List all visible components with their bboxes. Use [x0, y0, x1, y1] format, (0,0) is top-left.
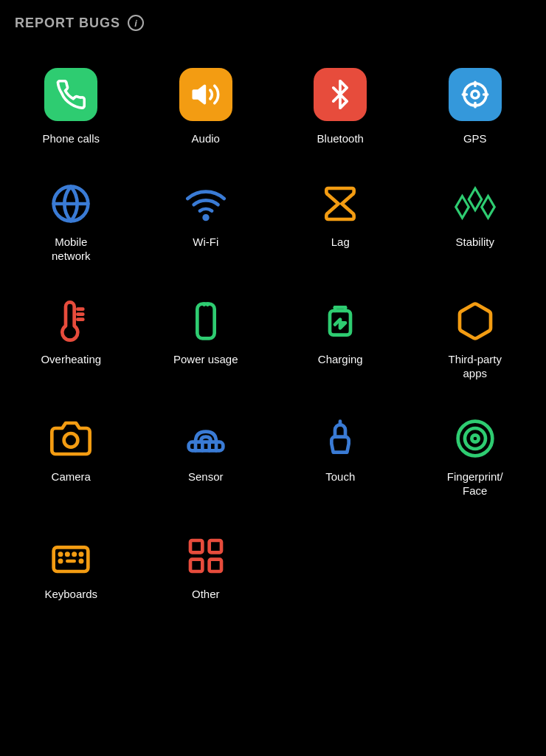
svg-point-23	[64, 433, 78, 447]
charging-label: Charging	[318, 352, 363, 367]
power-usage-icon	[185, 300, 227, 342]
lag-icon	[319, 183, 361, 224]
wifi-label: Wi-Fi	[193, 235, 218, 250]
touch-label: Touch	[325, 470, 355, 484]
svg-marker-12	[456, 196, 469, 218]
third-party-apps-icon	[455, 300, 496, 342]
camera-icon	[50, 418, 91, 459]
lag-label: Lag	[331, 235, 350, 250]
fingerprint-face-icon	[455, 418, 496, 459]
fingerprint-face-label: Fingerprint/Face	[447, 470, 503, 498]
mobile-network-item[interactable]: Mobilenetwork	[7, 168, 135, 278]
gps-item[interactable]: GPS	[412, 53, 539, 161]
keyboards-item[interactable]: Keyboards	[7, 520, 135, 616]
svg-rect-43	[209, 559, 221, 571]
gps-label: GPS	[463, 131, 487, 146]
keyboards-label: Keyboards	[44, 587, 97, 602]
mobile-network-icon	[50, 183, 91, 224]
audio-item[interactable]: Audio	[142, 53, 270, 161]
svg-marker-11	[482, 196, 495, 218]
audio-icon	[179, 68, 232, 121]
svg-point-9	[204, 216, 207, 219]
header: REPORT BUGS i	[0, 0, 546, 38]
sensor-icon	[185, 418, 227, 459]
audio-label: Audio	[192, 131, 220, 146]
stability-label: Stability	[455, 235, 494, 250]
stability-item[interactable]: Stability	[412, 168, 539, 278]
touch-item[interactable]: Touch	[277, 403, 404, 513]
info-icon[interactable]: i	[128, 15, 144, 31]
phone-calls-item[interactable]: Phone calls	[7, 53, 135, 161]
svg-rect-41	[209, 540, 221, 552]
bluetooth-item[interactable]: Bluetooth	[277, 53, 404, 161]
svg-marker-0	[193, 86, 204, 103]
charging-item[interactable]: Charging	[277, 286, 404, 396]
svg-point-31	[471, 435, 478, 441]
svg-rect-16	[197, 303, 214, 338]
other-icon	[185, 535, 227, 577]
bug-category-grid: Phone calls Audio Bluetooth	[0, 38, 546, 630]
svg-point-30	[465, 428, 485, 449]
svg-marker-10	[469, 188, 482, 210]
gps-icon	[449, 68, 502, 121]
keyboards-icon	[50, 535, 91, 577]
svg-rect-40	[190, 540, 202, 552]
wifi-icon	[185, 183, 227, 224]
wifi-item[interactable]: Wi-Fi	[142, 168, 270, 278]
sensor-item[interactable]: Sensor	[142, 403, 270, 513]
svg-rect-42	[190, 559, 202, 571]
report-bugs-title: REPORT BUGS	[15, 16, 120, 31]
overheating-item[interactable]: Overheating	[7, 286, 135, 396]
svg-point-2	[471, 91, 479, 98]
camera-item[interactable]: Camera	[7, 403, 135, 513]
other-item[interactable]: Other	[142, 520, 270, 616]
bluetooth-icon	[314, 68, 367, 121]
power-usage-label: Power usage	[173, 352, 238, 367]
third-party-apps-item[interactable]: Third-partyapps	[412, 286, 539, 396]
other-label: Other	[192, 587, 220, 602]
fingerprint-face-item[interactable]: Fingerprint/Face	[412, 403, 539, 513]
sensor-label: Sensor	[188, 470, 224, 484]
stability-icon	[455, 183, 496, 224]
third-party-apps-label: Third-partyapps	[448, 352, 502, 381]
power-usage-item[interactable]: Power usage	[142, 286, 270, 396]
camera-label: Camera	[52, 470, 91, 484]
lag-item[interactable]: Lag	[277, 168, 404, 278]
phone-calls-icon	[44, 68, 97, 121]
charging-icon	[319, 300, 361, 342]
phone-calls-label: Phone calls	[42, 131, 100, 146]
overheating-label: Overheating	[41, 352, 101, 367]
touch-icon	[319, 418, 361, 459]
overheating-icon	[50, 300, 91, 342]
mobile-network-label: Mobilenetwork	[52, 235, 91, 264]
bluetooth-label: Bluetooth	[317, 131, 364, 146]
